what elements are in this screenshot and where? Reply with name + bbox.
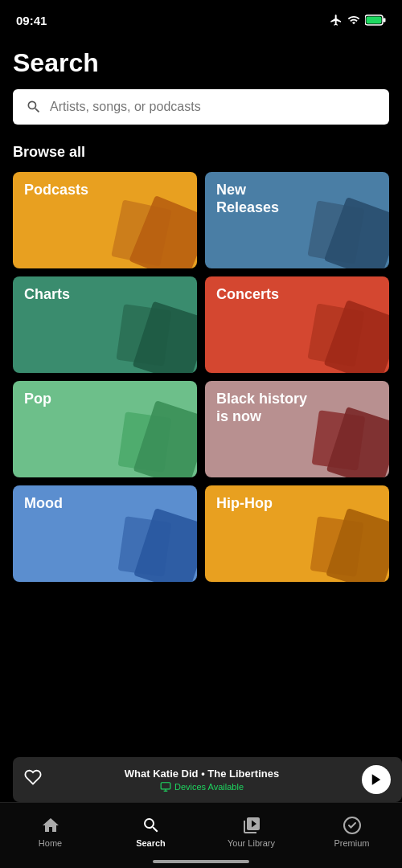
heart-icon[interactable] <box>24 768 42 791</box>
svg-marker-6 <box>372 774 381 785</box>
category-label-mood: Mood <box>24 495 63 513</box>
category-label-new-releases: NewReleases <box>216 182 279 216</box>
airplane-icon <box>330 14 343 27</box>
home-indicator <box>153 860 249 863</box>
nav-label-library: Your Library <box>228 838 275 848</box>
nav-item-premium[interactable]: Premium <box>328 816 376 848</box>
category-label-black-history: Black historyis now <box>216 391 307 425</box>
category-card-new-releases[interactable]: NewReleases <box>205 172 389 268</box>
category-card-concerts[interactable]: Concerts <box>205 276 389 373</box>
status-time: 09:41 <box>16 14 47 27</box>
category-label-hip-hop: Hip-Hop <box>216 495 273 513</box>
nav-label-premium: Premium <box>334 838 369 848</box>
category-label-concerts: Concerts <box>216 286 279 304</box>
search-nav-icon <box>142 816 161 835</box>
main-content: Search Browse all Podcasts NewReleases C… <box>0 48 402 582</box>
category-card-charts[interactable]: Charts <box>13 276 197 373</box>
nav-item-library[interactable]: Your Library <box>228 816 276 848</box>
svg-rect-2 <box>367 17 382 24</box>
svg-rect-1 <box>384 18 386 23</box>
premium-icon <box>343 816 362 835</box>
nav-item-search[interactable]: Search <box>127 816 175 848</box>
nav-item-home[interactable]: Home <box>27 816 75 848</box>
category-card-hip-hop[interactable]: Hip-Hop <box>205 485 389 582</box>
category-card-mood[interactable]: Mood <box>13 485 197 582</box>
page-title: Search <box>13 48 389 78</box>
category-card-black-history[interactable]: Black historyis now <box>205 381 389 477</box>
play-button[interactable] <box>362 765 391 794</box>
bottom-nav: Home Search Your Library Premium <box>0 802 402 868</box>
home-icon <box>41 816 60 835</box>
nav-label-home: Home <box>39 838 62 848</box>
category-card-podcasts[interactable]: Podcasts <box>13 172 197 268</box>
category-label-pop: Pop <box>24 391 51 408</box>
now-playing-title: What Katie Did • The Libertines <box>50 768 354 780</box>
category-label-podcasts: Podcasts <box>24 182 88 199</box>
category-grid: Podcasts NewReleases Charts Concerts Pop <box>13 172 389 582</box>
battery-icon <box>365 14 386 26</box>
library-icon <box>242 816 261 835</box>
search-input[interactable] <box>50 100 376 114</box>
status-icons <box>330 14 386 27</box>
now-playing-device: Devices Available <box>50 781 354 792</box>
browse-all-label: Browse all <box>13 144 389 161</box>
svg-rect-3 <box>161 782 170 788</box>
nav-label-search: Search <box>136 838 166 848</box>
search-bar[interactable] <box>13 89 389 125</box>
now-playing-info: What Katie Did • The Libertines Devices … <box>50 768 354 792</box>
now-playing-bar[interactable]: What Katie Did • The Libertines Devices … <box>13 757 402 802</box>
search-icon <box>26 99 42 115</box>
status-bar: 09:41 <box>0 0 402 35</box>
category-card-pop[interactable]: Pop <box>13 381 197 477</box>
category-label-charts: Charts <box>24 286 70 304</box>
wifi-icon <box>347 14 360 27</box>
